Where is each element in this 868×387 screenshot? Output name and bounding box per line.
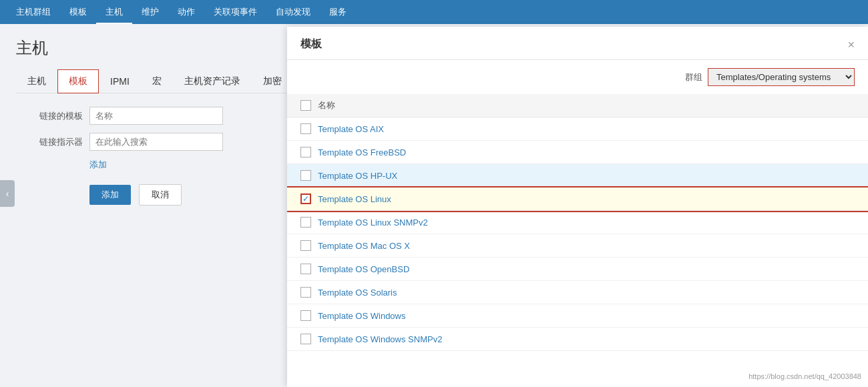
tab-ipmi[interactable]: IPMI <box>99 70 141 93</box>
template-row[interactable]: ✓Template OS Linux <box>287 187 868 211</box>
add-button[interactable]: 添加 <box>89 185 131 205</box>
link-indicator-label: 链接指示器 <box>16 136 83 148</box>
list-header: 名称 <box>287 94 868 117</box>
collapse-sidebar-button[interactable]: ‹ <box>0 180 15 207</box>
modal-title: 模板 <box>300 37 322 51</box>
add-link-button[interactable]: 添加 <box>89 159 107 171</box>
tab-asset[interactable]: 主机资产记录 <box>173 69 252 93</box>
template-checkbox[interactable] <box>300 217 311 219</box>
nav-host[interactable]: 主机 <box>96 0 132 24</box>
group-filter-select[interactable]: Templates/Operating systemsTemplatesAll <box>708 68 855 86</box>
modal-filter-row: 群组 Templates/Operating systemsTemplatesA… <box>287 60 868 94</box>
select-all-checkbox[interactable] <box>300 100 311 111</box>
chevron-left-icon: ‹ <box>6 188 9 199</box>
template-row[interactable]: Template OS FreeBSD <box>287 141 868 164</box>
tab-template[interactable]: 模板 <box>57 69 99 93</box>
template-checkbox[interactable]: ✓ <box>300 193 311 204</box>
linked-template-label: 链接的模板 <box>16 110 83 122</box>
tab-host[interactable]: 主机 <box>16 69 57 93</box>
nav-action[interactable]: 动作 <box>168 0 204 24</box>
modal-header: 模板 × <box>287 27 868 60</box>
template-modal: 模板 × 群组 Templates/Operating systemsTempl… <box>287 27 868 219</box>
template-list: 名称 Template OS AIXTemplate OS FreeBSDTem… <box>287 94 868 219</box>
filter-group-label: 群组 <box>685 71 702 83</box>
nav-event[interactable]: 关联项事件 <box>204 0 266 24</box>
nav-template[interactable]: 模板 <box>60 0 96 24</box>
linked-template-input[interactable] <box>89 107 223 125</box>
template-checkbox[interactable] <box>300 123 311 134</box>
template-row[interactable]: Template OS AIX <box>287 117 868 141</box>
template-row-name: Template OS FreeBSD <box>318 147 406 157</box>
template-row-name: Template OS Linux SNMPv2 <box>318 218 428 220</box>
template-checkbox[interactable] <box>300 170 311 181</box>
template-row-name: Template OS AIX <box>318 124 384 134</box>
nav-host-group[interactable]: 主机群组 <box>7 0 60 24</box>
link-indicator-input[interactable] <box>89 133 223 151</box>
template-row-name: Template OS Linux <box>318 194 391 204</box>
tab-macro[interactable]: 宏 <box>141 69 173 93</box>
nav-service[interactable]: 服务 <box>320 0 356 24</box>
nav-maintenance[interactable]: 维护 <box>132 0 168 24</box>
template-checkbox[interactable] <box>300 147 311 157</box>
template-row[interactable]: Template OS HP-UX <box>287 164 868 187</box>
template-row-name: Template OS HP-UX <box>318 171 397 181</box>
cancel-button[interactable]: 取消 <box>139 184 182 206</box>
modal-close-button[interactable]: × <box>847 39 855 51</box>
nav-discovery[interactable]: 自动发现 <box>266 0 320 24</box>
top-navigation: 主机群组 模板 主机 维护 动作 关联项事件 自动发现 服务 <box>0 0 868 24</box>
list-header-name: 名称 <box>318 99 335 111</box>
template-rows-container: Template OS AIXTemplate OS FreeBSDTempla… <box>287 117 868 219</box>
template-row[interactable]: Template OS Linux SNMPv2 <box>287 211 868 219</box>
